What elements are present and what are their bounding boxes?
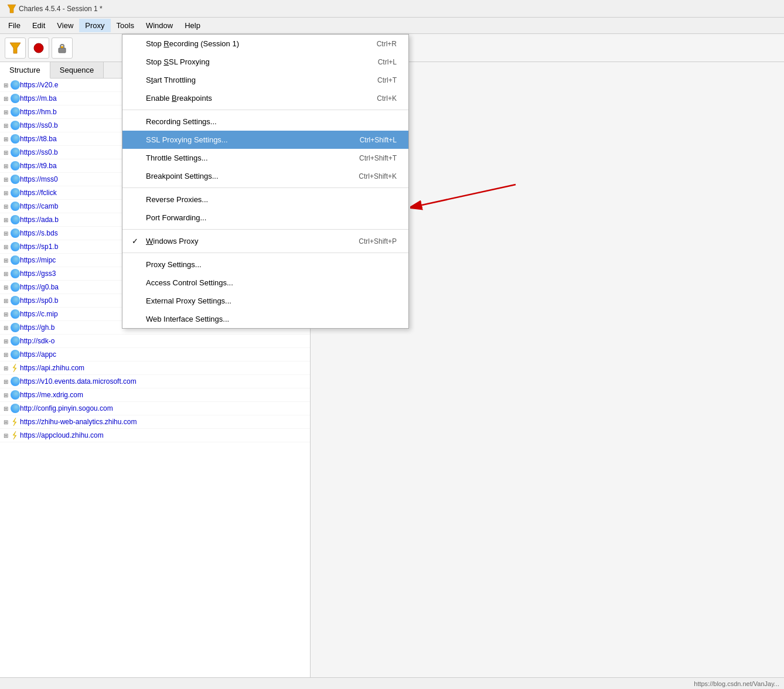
expand-icon[interactable]: ⊞	[4, 176, 8, 183]
expand-icon[interactable]: ⊞	[4, 82, 8, 88]
expand-icon[interactable]: ⊞	[4, 136, 8, 142]
menu-item-label: Reverse Proxies...	[146, 195, 208, 204]
menu-enable-breakpoints[interactable]: Enable Breakpoints Ctrl+K	[122, 89, 408, 107]
list-item[interactable]: ⊞ http://config.pinyin.sogou.com	[0, 402, 310, 415]
tab-sequence[interactable]: Sequence	[50, 62, 104, 78]
url-text: http://config.pinyin.sogou.com	[20, 404, 113, 412]
menu-stop-ssl-proxying[interactable]: Stop SSL Proxying Ctrl+L	[122, 53, 408, 71]
menu-proxy-settings[interactable]: Proxy Settings...	[122, 255, 408, 274]
menu-breakpoint-settings[interactable]: Breakpoint Settings... Ctrl+Shift+K	[122, 167, 408, 185]
expand-icon[interactable]: ⊞	[4, 325, 8, 331]
globe-icon	[11, 148, 20, 157]
globe-icon	[11, 390, 20, 400]
menu-stop-recording[interactable]: Stop Recording (Session 1) Ctrl+R	[122, 35, 408, 53]
shortcut-label: Ctrl+R	[377, 40, 397, 48]
expand-icon[interactable]: ⊞	[4, 378, 8, 385]
globe-icon	[11, 175, 20, 184]
list-item[interactable]: ⊞ https://v10.events.data.microsoft.com	[0, 375, 310, 388]
globe-icon	[11, 121, 20, 130]
separator	[122, 253, 408, 253]
expand-icon[interactable]: ⊞	[4, 257, 8, 264]
menu-tools[interactable]: Tools	[111, 19, 140, 32]
expand-icon[interactable]: ⊞	[4, 244, 8, 250]
list-item[interactable]: ⊞ https://zhihu-web-analytics.zhihu.com	[0, 415, 310, 429]
shortcut-label: Ctrl+K	[377, 94, 397, 103]
expand-icon[interactable]: ⊞	[4, 122, 8, 129]
expand-icon[interactable]: ⊞	[4, 163, 8, 169]
svg-marker-1	[10, 43, 21, 53]
menu-window[interactable]: Window	[140, 19, 179, 32]
lightning-icon	[11, 417, 20, 427]
expand-icon[interactable]: ⊞	[4, 271, 8, 277]
menu-external-proxy[interactable]: External Proxy Settings...	[122, 292, 408, 310]
menu-windows-proxy[interactable]: ✓ Windows Proxy Ctrl+Shift+P	[122, 232, 408, 250]
menu-view[interactable]: View	[51, 19, 79, 32]
expand-icon[interactable]: ⊞	[4, 365, 8, 371]
expand-icon[interactable]: ⊞	[4, 311, 8, 318]
menu-item-label: Start Throttling	[146, 76, 196, 84]
list-item[interactable]: ⊞ https://me.xdrig.com	[0, 388, 310, 402]
menu-access-control[interactable]: Access Control Settings...	[122, 274, 408, 292]
menu-edit[interactable]: Edit	[26, 19, 51, 32]
titlebar: Charles 4.5.4 - Session 1 *	[0, 0, 784, 18]
expand-icon[interactable]: ⊞	[4, 419, 8, 425]
shortcut-label: Ctrl+Shift+T	[359, 154, 397, 162]
url-text: https://m.ba	[20, 94, 57, 103]
charles-funnel-button[interactable]	[5, 37, 26, 59]
expand-icon[interactable]: ⊞	[4, 405, 8, 412]
expand-icon[interactable]: ⊞	[4, 432, 8, 439]
menu-ssl-proxying-settings[interactable]: SSL Proxying Settings... Ctrl+Shift+L	[122, 131, 408, 149]
url-text: https://t9.ba	[20, 162, 57, 170]
svg-point-2	[34, 43, 43, 53]
url-text: https://api.zhihu.com	[20, 364, 84, 372]
menu-start-throttling[interactable]: Start Throttling Ctrl+T	[122, 71, 408, 89]
expand-icon[interactable]: ⊞	[4, 284, 8, 291]
globe-icon	[11, 202, 20, 211]
expand-icon[interactable]: ⊞	[4, 203, 8, 210]
globe-icon	[11, 107, 20, 117]
list-item[interactable]: ⊞ http://sdk-o	[0, 335, 310, 348]
expand-icon[interactable]: ⊞	[4, 392, 8, 398]
menu-recording-settings[interactable]: Recording Settings...	[122, 112, 408, 131]
url-text: https://g0.ba	[20, 283, 59, 291]
lock-button[interactable]	[52, 37, 73, 59]
menu-item-label: Stop SSL Proxying	[146, 57, 210, 66]
menu-item-label: Access Control Settings...	[146, 278, 233, 287]
expand-icon[interactable]: ⊞	[4, 95, 8, 102]
tab-structure[interactable]: Structure	[0, 62, 50, 79]
statusbar: https://blog.csdn.net/VanJay...	[0, 677, 784, 689]
svg-marker-0	[8, 5, 16, 13]
svg-marker-5	[13, 364, 16, 372]
list-item[interactable]: ⊞ https://appc	[0, 348, 310, 361]
menu-throttle-settings[interactable]: Throttle Settings... Ctrl+Shift+T	[122, 149, 408, 167]
globe-icon	[11, 309, 20, 319]
url-text: https://appc	[20, 350, 56, 359]
globe-icon	[11, 296, 20, 305]
expand-icon[interactable]: ⊞	[4, 149, 8, 156]
menu-item-label: Enable Breakpoints	[146, 94, 212, 103]
menu-reverse-proxies[interactable]: Reverse Proxies...	[122, 190, 408, 209]
svg-rect-3	[59, 48, 66, 53]
expand-icon[interactable]: ⊞	[4, 109, 8, 115]
menu-item-label: Web Interface Settings...	[146, 315, 229, 323]
globe-icon	[11, 269, 20, 278]
menu-proxy[interactable]: Proxy	[79, 19, 110, 32]
menu-web-interface[interactable]: Web Interface Settings...	[122, 310, 408, 328]
menu-port-forwarding[interactable]: Port Forwarding...	[122, 209, 408, 227]
svg-marker-6	[13, 418, 16, 426]
url-text: https://ss0.b	[20, 121, 58, 129]
separator	[122, 110, 408, 110]
menu-item-label: External Proxy Settings...	[146, 296, 231, 305]
menu-help[interactable]: Help	[179, 19, 206, 32]
expand-icon[interactable]: ⊞	[4, 230, 8, 237]
expand-icon[interactable]: ⊞	[4, 190, 8, 196]
list-item[interactable]: ⊞ https://appcloud.zhihu.com	[0, 429, 310, 442]
menu-file[interactable]: File	[2, 19, 26, 32]
expand-icon[interactable]: ⊞	[4, 338, 8, 344]
list-item[interactable]: ⊞ https://api.zhihu.com	[0, 361, 310, 375]
expand-icon[interactable]: ⊞	[4, 352, 8, 358]
expand-icon[interactable]: ⊞	[4, 217, 8, 223]
expand-icon[interactable]: ⊞	[4, 298, 8, 304]
url-text: http://sdk-o	[20, 337, 54, 345]
record-button[interactable]	[28, 37, 49, 59]
